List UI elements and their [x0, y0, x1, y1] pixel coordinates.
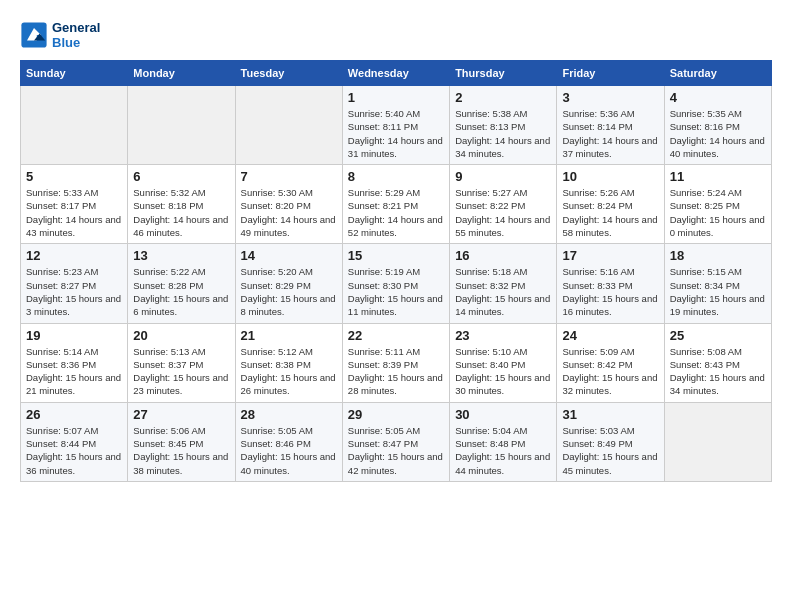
- day-number: 9: [455, 169, 551, 184]
- calendar-cell: 5Sunrise: 5:33 AMSunset: 8:17 PMDaylight…: [21, 165, 128, 244]
- calendar-cell: 30Sunrise: 5:04 AMSunset: 8:48 PMDayligh…: [450, 402, 557, 481]
- day-header-wednesday: Wednesday: [342, 61, 449, 86]
- week-row-3: 12Sunrise: 5:23 AMSunset: 8:27 PMDayligh…: [21, 244, 772, 323]
- day-number: 14: [241, 248, 337, 263]
- day-number: 30: [455, 407, 551, 422]
- logo: General Blue: [20, 20, 100, 50]
- day-number: 6: [133, 169, 229, 184]
- day-number: 23: [455, 328, 551, 343]
- day-number: 15: [348, 248, 444, 263]
- day-info: Sunrise: 5:14 AMSunset: 8:36 PMDaylight:…: [26, 345, 122, 398]
- day-number: 7: [241, 169, 337, 184]
- calendar-cell: 17Sunrise: 5:16 AMSunset: 8:33 PMDayligh…: [557, 244, 664, 323]
- day-info: Sunrise: 5:19 AMSunset: 8:30 PMDaylight:…: [348, 265, 444, 318]
- day-number: 19: [26, 328, 122, 343]
- day-info: Sunrise: 5:08 AMSunset: 8:43 PMDaylight:…: [670, 345, 766, 398]
- calendar-cell: 24Sunrise: 5:09 AMSunset: 8:42 PMDayligh…: [557, 323, 664, 402]
- day-info: Sunrise: 5:32 AMSunset: 8:18 PMDaylight:…: [133, 186, 229, 239]
- day-info: Sunrise: 5:05 AMSunset: 8:46 PMDaylight:…: [241, 424, 337, 477]
- calendar-cell: [128, 86, 235, 165]
- day-number: 16: [455, 248, 551, 263]
- day-number: 5: [26, 169, 122, 184]
- day-info: Sunrise: 5:36 AMSunset: 8:14 PMDaylight:…: [562, 107, 658, 160]
- day-info: Sunrise: 5:33 AMSunset: 8:17 PMDaylight:…: [26, 186, 122, 239]
- calendar-cell: 15Sunrise: 5:19 AMSunset: 8:30 PMDayligh…: [342, 244, 449, 323]
- day-number: 18: [670, 248, 766, 263]
- day-info: Sunrise: 5:23 AMSunset: 8:27 PMDaylight:…: [26, 265, 122, 318]
- day-number: 4: [670, 90, 766, 105]
- calendar-cell: 22Sunrise: 5:11 AMSunset: 8:39 PMDayligh…: [342, 323, 449, 402]
- day-number: 27: [133, 407, 229, 422]
- day-info: Sunrise: 5:26 AMSunset: 8:24 PMDaylight:…: [562, 186, 658, 239]
- day-number: 26: [26, 407, 122, 422]
- day-number: 24: [562, 328, 658, 343]
- day-info: Sunrise: 5:05 AMSunset: 8:47 PMDaylight:…: [348, 424, 444, 477]
- day-number: 3: [562, 90, 658, 105]
- day-number: 17: [562, 248, 658, 263]
- week-row-1: 1Sunrise: 5:40 AMSunset: 8:11 PMDaylight…: [21, 86, 772, 165]
- calendar-cell: 13Sunrise: 5:22 AMSunset: 8:28 PMDayligh…: [128, 244, 235, 323]
- calendar-cell: 26Sunrise: 5:07 AMSunset: 8:44 PMDayligh…: [21, 402, 128, 481]
- day-number: 13: [133, 248, 229, 263]
- day-info: Sunrise: 5:29 AMSunset: 8:21 PMDaylight:…: [348, 186, 444, 239]
- day-info: Sunrise: 5:03 AMSunset: 8:49 PMDaylight:…: [562, 424, 658, 477]
- calendar-cell: [235, 86, 342, 165]
- day-header-tuesday: Tuesday: [235, 61, 342, 86]
- day-info: Sunrise: 5:38 AMSunset: 8:13 PMDaylight:…: [455, 107, 551, 160]
- calendar-cell: 2Sunrise: 5:38 AMSunset: 8:13 PMDaylight…: [450, 86, 557, 165]
- day-info: Sunrise: 5:30 AMSunset: 8:20 PMDaylight:…: [241, 186, 337, 239]
- calendar-cell: 6Sunrise: 5:32 AMSunset: 8:18 PMDaylight…: [128, 165, 235, 244]
- calendar-cell: 16Sunrise: 5:18 AMSunset: 8:32 PMDayligh…: [450, 244, 557, 323]
- day-info: Sunrise: 5:24 AMSunset: 8:25 PMDaylight:…: [670, 186, 766, 239]
- calendar-cell: 28Sunrise: 5:05 AMSunset: 8:46 PMDayligh…: [235, 402, 342, 481]
- day-info: Sunrise: 5:27 AMSunset: 8:22 PMDaylight:…: [455, 186, 551, 239]
- day-number: 25: [670, 328, 766, 343]
- day-info: Sunrise: 5:16 AMSunset: 8:33 PMDaylight:…: [562, 265, 658, 318]
- days-header-row: SundayMondayTuesdayWednesdayThursdayFrid…: [21, 61, 772, 86]
- day-info: Sunrise: 5:09 AMSunset: 8:42 PMDaylight:…: [562, 345, 658, 398]
- calendar-cell: 20Sunrise: 5:13 AMSunset: 8:37 PMDayligh…: [128, 323, 235, 402]
- day-header-saturday: Saturday: [664, 61, 771, 86]
- calendar-table: SundayMondayTuesdayWednesdayThursdayFrid…: [20, 60, 772, 482]
- calendar-cell: 27Sunrise: 5:06 AMSunset: 8:45 PMDayligh…: [128, 402, 235, 481]
- day-info: Sunrise: 5:10 AMSunset: 8:40 PMDaylight:…: [455, 345, 551, 398]
- day-number: 2: [455, 90, 551, 105]
- calendar-cell: [21, 86, 128, 165]
- day-info: Sunrise: 5:35 AMSunset: 8:16 PMDaylight:…: [670, 107, 766, 160]
- day-info: Sunrise: 5:12 AMSunset: 8:38 PMDaylight:…: [241, 345, 337, 398]
- calendar-cell: 14Sunrise: 5:20 AMSunset: 8:29 PMDayligh…: [235, 244, 342, 323]
- day-info: Sunrise: 5:11 AMSunset: 8:39 PMDaylight:…: [348, 345, 444, 398]
- day-number: 28: [241, 407, 337, 422]
- calendar-cell: [664, 402, 771, 481]
- day-number: 11: [670, 169, 766, 184]
- calendar-cell: 25Sunrise: 5:08 AMSunset: 8:43 PMDayligh…: [664, 323, 771, 402]
- calendar-cell: 19Sunrise: 5:14 AMSunset: 8:36 PMDayligh…: [21, 323, 128, 402]
- day-info: Sunrise: 5:06 AMSunset: 8:45 PMDaylight:…: [133, 424, 229, 477]
- day-number: 20: [133, 328, 229, 343]
- day-number: 1: [348, 90, 444, 105]
- day-info: Sunrise: 5:07 AMSunset: 8:44 PMDaylight:…: [26, 424, 122, 477]
- week-row-2: 5Sunrise: 5:33 AMSunset: 8:17 PMDaylight…: [21, 165, 772, 244]
- day-header-thursday: Thursday: [450, 61, 557, 86]
- calendar-cell: 9Sunrise: 5:27 AMSunset: 8:22 PMDaylight…: [450, 165, 557, 244]
- calendar-cell: 31Sunrise: 5:03 AMSunset: 8:49 PMDayligh…: [557, 402, 664, 481]
- calendar-cell: 12Sunrise: 5:23 AMSunset: 8:27 PMDayligh…: [21, 244, 128, 323]
- day-info: Sunrise: 5:18 AMSunset: 8:32 PMDaylight:…: [455, 265, 551, 318]
- calendar-cell: 3Sunrise: 5:36 AMSunset: 8:14 PMDaylight…: [557, 86, 664, 165]
- day-info: Sunrise: 5:22 AMSunset: 8:28 PMDaylight:…: [133, 265, 229, 318]
- day-number: 29: [348, 407, 444, 422]
- day-info: Sunrise: 5:13 AMSunset: 8:37 PMDaylight:…: [133, 345, 229, 398]
- logo-text: General Blue: [52, 20, 100, 50]
- day-header-monday: Monday: [128, 61, 235, 86]
- day-number: 8: [348, 169, 444, 184]
- calendar-cell: 23Sunrise: 5:10 AMSunset: 8:40 PMDayligh…: [450, 323, 557, 402]
- calendar-cell: 21Sunrise: 5:12 AMSunset: 8:38 PMDayligh…: [235, 323, 342, 402]
- day-number: 31: [562, 407, 658, 422]
- calendar-cell: 4Sunrise: 5:35 AMSunset: 8:16 PMDaylight…: [664, 86, 771, 165]
- calendar-cell: 7Sunrise: 5:30 AMSunset: 8:20 PMDaylight…: [235, 165, 342, 244]
- week-row-5: 26Sunrise: 5:07 AMSunset: 8:44 PMDayligh…: [21, 402, 772, 481]
- calendar-cell: 1Sunrise: 5:40 AMSunset: 8:11 PMDaylight…: [342, 86, 449, 165]
- logo-icon: [20, 21, 48, 49]
- day-header-sunday: Sunday: [21, 61, 128, 86]
- day-number: 12: [26, 248, 122, 263]
